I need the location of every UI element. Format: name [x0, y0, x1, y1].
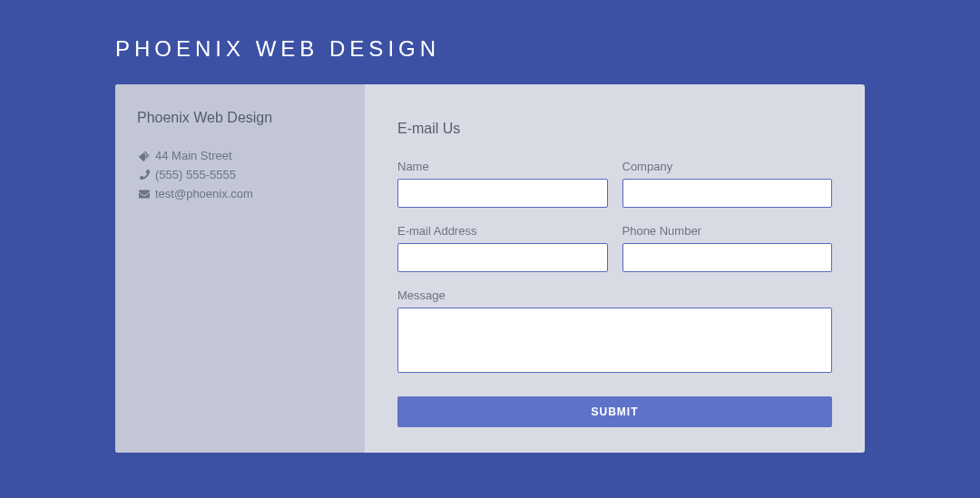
- page-title: PHOENIX WEB DESIGN: [115, 36, 865, 62]
- company-field[interactable]: [622, 179, 833, 208]
- phone-icon: [137, 170, 152, 180]
- address-text: 44 Main Street: [155, 149, 232, 162]
- email-label: E-mail Address: [397, 224, 608, 238]
- email-field[interactable]: [397, 243, 608, 272]
- phone-field[interactable]: [622, 243, 833, 272]
- phone-text: (555) 555-5555: [155, 168, 236, 181]
- company-name: Phoenix Web Design: [137, 110, 343, 126]
- sidebar: Phoenix Web Design 44 Main Street (555) …: [115, 84, 365, 453]
- contact-phone: (555) 555-5555: [137, 168, 343, 181]
- contact-card: Phoenix Web Design 44 Main Street (555) …: [115, 84, 865, 453]
- name-field[interactable]: [397, 179, 608, 208]
- message-label: Message: [397, 288, 832, 302]
- form-title: E-mail Us: [397, 121, 832, 137]
- form-panel: E-mail Us Name Company E-mail Address: [365, 84, 865, 453]
- email-text: test@phoenix.com: [155, 187, 253, 200]
- submit-button[interactable]: SUBMIT: [397, 396, 832, 427]
- envelope-icon: [137, 189, 152, 200]
- road-icon: [137, 151, 152, 161]
- company-label: Company: [622, 160, 833, 173]
- message-field[interactable]: [397, 308, 832, 373]
- name-label: Name: [397, 160, 608, 173]
- contact-address: 44 Main Street: [137, 149, 343, 162]
- contact-email: test@phoenix.com: [137, 187, 343, 200]
- phone-label: Phone Number: [622, 224, 833, 238]
